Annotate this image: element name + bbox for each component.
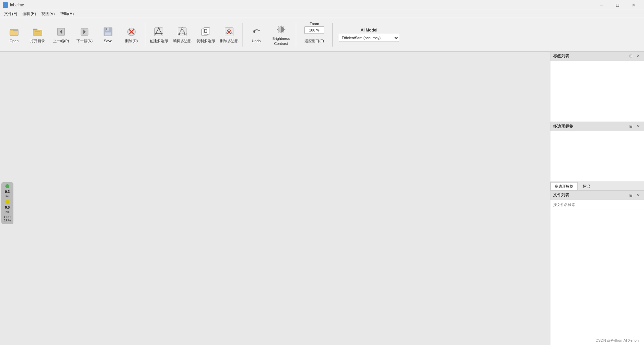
svg-rect-2 <box>10 29 14 31</box>
copy-polygon-button[interactable]: 复制多边形 <box>194 20 217 50</box>
separator-1 <box>145 23 145 47</box>
net-down-indicator <box>5 184 9 188</box>
net-up-value: 0.0 <box>5 206 10 209</box>
maximize-button[interactable]: □ <box>610 0 625 10</box>
cpu-value: 27 % <box>4 219 11 222</box>
file-list-pin-button[interactable]: ⊞ <box>628 192 634 198</box>
polygon-label-section: 多边形标签 ⊞ ✕ 多边形标签 标记 <box>550 122 644 191</box>
separator-3 <box>296 23 296 47</box>
delete-label: 删除(D) <box>125 39 138 43</box>
file-list-close-button[interactable]: ✕ <box>635 192 641 198</box>
svg-line-44 <box>278 32 279 32</box>
create-polygon-label: 创建多边形 <box>150 39 168 43</box>
save-button[interactable]: Save <box>97 20 119 50</box>
folder-icon <box>32 26 44 38</box>
close-button[interactable]: ✕ <box>626 0 641 10</box>
open-label: Open <box>10 39 19 43</box>
folder-open-icon <box>8 26 20 38</box>
watermark: CSDN @Python-AI Xenon <box>595 338 639 342</box>
svg-rect-14 <box>106 28 107 30</box>
prev-button[interactable]: 上一幅(P) <box>50 20 72 50</box>
polygon-tabs: 多边形标签 标记 <box>550 181 644 190</box>
fit-window-label: 适应窗口(F) <box>305 39 324 43</box>
label-list-controls: ⊞ ✕ <box>628 53 641 59</box>
title-bar: labelme ─ □ ✕ <box>0 0 644 10</box>
brightness-label: BrightnessContrast <box>272 36 290 46</box>
canvas-area[interactable]: 0.3 K/s 0.0 K/s CPU 27 % <box>0 52 550 345</box>
app-icon <box>3 2 8 8</box>
net-down-unit: K/s <box>5 195 9 198</box>
ai-model-section: AI Model EfficientSam (accuracy) Efficie… <box>339 28 399 42</box>
label-list-section: 标签列表 ⊞ ✕ <box>550 52 644 122</box>
label-list-pin-button[interactable]: ⊞ <box>628 53 634 59</box>
file-list-section: 文件列表 ⊞ ✕ <box>550 191 644 345</box>
menu-edit[interactable]: 编辑(E) <box>20 10 39 17</box>
system-monitor: 0.3 K/s 0.0 K/s CPU 27 % <box>1 182 13 224</box>
separator-4 <box>332 23 333 47</box>
prev-label: 上一幅(P) <box>53 39 69 43</box>
remove-polygon-button[interactable]: 删除多边形 <box>218 20 240 50</box>
file-list-content <box>550 200 644 345</box>
right-panel: 标签列表 ⊞ ✕ 多边形标签 ⊞ ✕ 多边形标签 标记 <box>550 52 644 345</box>
zoom-section: Zoom 适应窗口(F) <box>301 22 328 48</box>
undo-button[interactable]: Undo <box>245 20 268 50</box>
open-dir-button[interactable]: 打开目录 <box>26 20 49 50</box>
svg-point-26 <box>184 33 186 35</box>
copy-polygon-label: 复制多边形 <box>197 39 215 43</box>
net-down-value: 0.3 <box>5 190 10 194</box>
save-label: Save <box>104 39 112 43</box>
net-up-stat: 0.0 K/s <box>5 205 10 214</box>
edit-polygon-button[interactable]: 编辑多边形 <box>171 20 194 50</box>
polygon-label-pin-button[interactable]: ⊞ <box>628 123 634 129</box>
tab-marks[interactable]: 标记 <box>578 182 594 190</box>
delete-button[interactable]: 删除(D) <box>120 20 143 50</box>
menu-view[interactable]: 视图(V) <box>39 10 57 17</box>
next-button[interactable]: 下一幅(N) <box>73 20 96 50</box>
open-dir-label: 打开目录 <box>30 39 45 43</box>
svg-marker-35 <box>253 31 256 33</box>
zoom-input[interactable] <box>304 26 324 34</box>
separator-2 <box>243 23 243 47</box>
polygon-label-title: 多边形标签 <box>553 124 628 129</box>
open-button[interactable]: Open <box>3 20 25 50</box>
file-list-title: 文件列表 <box>553 192 628 198</box>
menu-help[interactable]: 帮助(H) <box>57 10 76 17</box>
svg-rect-4 <box>33 30 42 36</box>
net-up-indicator <box>5 200 9 204</box>
polygon-label-content <box>550 131 644 181</box>
svg-line-42 <box>283 32 284 32</box>
app-title: labelme <box>10 3 594 7</box>
polygon-label-close-button[interactable]: ✕ <box>635 123 641 129</box>
ai-model-label: AI Model <box>361 28 377 32</box>
file-search-input[interactable] <box>550 200 644 209</box>
tab-polygon-label[interactable]: 多边形标签 <box>550 182 578 190</box>
create-polygon-button[interactable]: 创建多边形 <box>147 20 170 50</box>
svg-point-21 <box>161 33 162 34</box>
svg-line-41 <box>278 26 279 27</box>
brightness-icon <box>275 23 287 36</box>
file-list-controls: ⊞ ✕ <box>628 192 641 198</box>
brightness-button[interactable]: BrightnessContrast <box>268 20 294 50</box>
delete-icon <box>125 26 138 38</box>
minimize-button[interactable]: ─ <box>594 0 609 10</box>
fit-window-button[interactable]: 适应窗口(F) <box>301 34 328 48</box>
svg-point-25 <box>181 28 183 29</box>
main-layout: 0.3 K/s 0.0 K/s CPU 27 % 标签列表 ⊞ ✕ <box>0 52 644 345</box>
next-icon <box>78 26 91 38</box>
ai-model-select[interactable]: EfficientSam (accuracy) EfficientSam (sp… <box>339 34 399 42</box>
polygon-label-controls: ⊞ ✕ <box>628 123 641 129</box>
net-up-unit: K/s <box>5 210 9 213</box>
label-list-title: 标签列表 <box>553 53 628 59</box>
undo-label: Undo <box>252 39 261 43</box>
menu-file[interactable]: 文件(F) <box>1 10 20 17</box>
label-list-close-button[interactable]: ✕ <box>635 53 641 59</box>
zoom-label: Zoom <box>310 22 319 26</box>
polygon-label-header: 多边形标签 ⊞ ✕ <box>550 122 644 131</box>
remove-polygon-label: 删除多边形 <box>220 39 238 43</box>
svg-line-43 <box>283 26 284 27</box>
label-list-content <box>550 61 644 122</box>
edit-polygon-label: 编辑多边形 <box>173 39 192 43</box>
label-list-header: 标签列表 ⊞ ✕ <box>550 52 644 61</box>
file-list-header: 文件列表 ⊞ ✕ <box>550 191 644 200</box>
svg-point-20 <box>158 27 159 29</box>
